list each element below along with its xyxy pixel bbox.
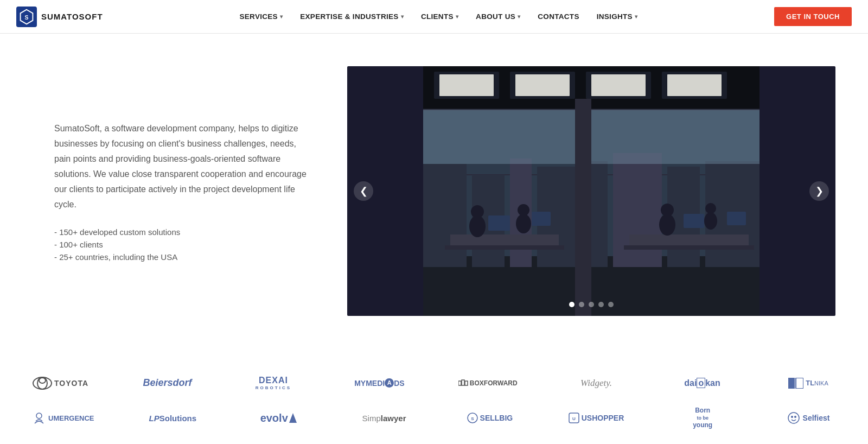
hero-text-block: SumatoSoft, a software development compa… bbox=[54, 121, 315, 262]
nav-item-contacts[interactable]: CONTACTS bbox=[529, 0, 588, 34]
client-bornyoung[interactable]: Born to be young bbox=[675, 407, 730, 430]
svg-point-58 bbox=[794, 416, 796, 418]
carousel-dot-3[interactable] bbox=[589, 302, 594, 307]
client-ushopper[interactable]: U USHOPPER bbox=[569, 413, 624, 423]
nav-item-services[interactable]: SERVICES ▾ bbox=[231, 0, 291, 34]
client-lpsolutions[interactable]: LPSolutions bbox=[145, 414, 200, 423]
svg-rect-28 bbox=[629, 234, 749, 245]
svg-rect-47 bbox=[465, 381, 468, 385]
svg-point-31 bbox=[471, 205, 484, 218]
client-toyota[interactable]: TOYOTA bbox=[33, 377, 88, 390]
svg-rect-40 bbox=[684, 214, 704, 228]
hero-carousel: ❮ ❯ bbox=[347, 66, 835, 316]
svg-point-32 bbox=[516, 214, 531, 233]
client-mymediads[interactable]: MYMEDI A DS bbox=[352, 378, 406, 388]
svg-point-35 bbox=[661, 204, 674, 217]
svg-text:U: U bbox=[572, 416, 576, 421]
svg-point-36 bbox=[704, 212, 717, 230]
nav-item-about[interactable]: ABOUT US ▾ bbox=[467, 0, 529, 34]
client-selfiest[interactable]: Selfiest bbox=[781, 411, 835, 424]
client-tlnika[interactable]: TLNIKA bbox=[781, 378, 835, 389]
svg-rect-39 bbox=[532, 212, 551, 226]
chevron-down-icon: ▾ bbox=[635, 14, 637, 20]
svg-point-37 bbox=[705, 203, 716, 214]
ushopper-icon: U bbox=[569, 413, 579, 423]
svg-rect-29 bbox=[624, 245, 754, 250]
svg-text:S: S bbox=[25, 14, 29, 20]
nav-link-insights[interactable]: INSIGHTS ▾ bbox=[588, 0, 646, 34]
client-simplawyer[interactable]: Simplawyer bbox=[357, 414, 411, 423]
svg-point-30 bbox=[469, 215, 486, 237]
hero-section: SumatoSoft, a software development compa… bbox=[0, 34, 868, 348]
clients-row-1: TOYOTA Beiersdorf DEXAI ROBOTICS MYMEDI … bbox=[33, 376, 835, 390]
client-widgety[interactable]: Widgety. bbox=[569, 378, 623, 389]
get-in-touch-button[interactable]: GET IN TOUCH bbox=[774, 7, 852, 26]
stat-clients: - 100+ clients bbox=[54, 240, 315, 249]
stat-countries: - 25+ countries, including the USA bbox=[54, 252, 315, 262]
evolv-icon bbox=[289, 413, 297, 423]
client-boxforward[interactable]: BOXFORWARD bbox=[458, 379, 518, 387]
client-dexai[interactable]: DEXAI ROBOTICS bbox=[246, 376, 301, 390]
svg-rect-46 bbox=[462, 380, 464, 385]
svg-rect-10 bbox=[591, 74, 646, 96]
chevron-down-icon: ▾ bbox=[456, 14, 458, 20]
carousel-next-button[interactable]: ❯ bbox=[809, 181, 829, 201]
hero-stats-list: - 150+ developed custom solutions - 100+… bbox=[54, 227, 315, 262]
svg-rect-38 bbox=[488, 215, 510, 231]
boxforward-icon bbox=[458, 379, 468, 387]
svg-point-50 bbox=[36, 413, 42, 418]
sellbig-icon: S bbox=[467, 413, 478, 423]
clients-section: TOYOTA Beiersdorf DEXAI ROBOTICS MYMEDI … bbox=[0, 348, 868, 444]
svg-rect-11 bbox=[667, 74, 722, 96]
stat-solutions: - 150+ developed custom solutions bbox=[54, 227, 315, 237]
nav-item-clients[interactable]: CLIENTS ▾ bbox=[412, 0, 467, 34]
clients-row-2: UMERGENCE LPSolutions evolv Simplawyer bbox=[33, 407, 835, 430]
logo-link[interactable]: S SUMATOSOFT bbox=[16, 7, 103, 27]
svg-rect-16 bbox=[423, 164, 467, 267]
client-daiokan[interactable]: daiokan bbox=[675, 378, 730, 388]
carousel-dots bbox=[569, 302, 614, 307]
logo-text: SUMATOSOFT bbox=[41, 12, 103, 21]
nav-link-services[interactable]: SERVICES ▾ bbox=[231, 0, 291, 34]
nav-link-about[interactable]: ABOUT US ▾ bbox=[467, 0, 529, 34]
carousel-dot-2[interactable] bbox=[579, 302, 584, 307]
svg-rect-41 bbox=[727, 212, 746, 225]
client-evolv[interactable]: evolv bbox=[251, 412, 305, 424]
nav-item-insights[interactable]: INSIGHTS ▾ bbox=[588, 0, 646, 34]
svg-rect-26 bbox=[450, 234, 559, 245]
nav-link-contacts[interactable]: CONTACTS bbox=[529, 0, 588, 34]
svg-marker-51 bbox=[289, 413, 297, 423]
nav-link-clients[interactable]: CLIENTS ▾ bbox=[412, 0, 467, 34]
toyota-icon bbox=[33, 377, 52, 390]
chevron-down-icon: ▾ bbox=[280, 14, 283, 20]
client-sellbig[interactable]: S SELLBIG bbox=[463, 413, 517, 423]
svg-point-56 bbox=[788, 413, 799, 423]
nav-link-expertise[interactable]: EXPERTISE & INDUSTRIES ▾ bbox=[291, 0, 412, 34]
umergence-icon bbox=[33, 411, 46, 424]
svg-point-34 bbox=[659, 214, 675, 236]
office-image bbox=[347, 66, 835, 316]
navbar: S SUMATOSOFT SERVICES ▾ EXPERTISE & INDU… bbox=[0, 0, 868, 34]
client-beiersdorf[interactable]: Beiersdorf bbox=[141, 377, 195, 389]
logo-icon: S bbox=[16, 7, 37, 27]
nav-item-expertise[interactable]: EXPERTISE & INDUSTRIES ▾ bbox=[291, 0, 412, 34]
nav-links: SERVICES ▾ EXPERTISE & INDUSTRIES ▾ CLIE… bbox=[231, 0, 646, 34]
svg-rect-45 bbox=[458, 381, 461, 385]
selfiest-icon bbox=[787, 411, 800, 424]
svg-rect-21 bbox=[613, 153, 662, 267]
chevron-down-icon: ▾ bbox=[401, 14, 404, 20]
carousel-dot-1[interactable] bbox=[569, 302, 575, 307]
svg-rect-49 bbox=[796, 378, 803, 389]
svg-point-57 bbox=[791, 416, 793, 418]
carousel-dot-4[interactable] bbox=[598, 302, 604, 307]
svg-point-33 bbox=[518, 204, 529, 216]
carousel-prev-button[interactable]: ❮ bbox=[354, 181, 373, 201]
svg-rect-9 bbox=[515, 74, 570, 96]
client-umergence[interactable]: UMERGENCE bbox=[33, 411, 94, 424]
carousel-dot-5[interactable] bbox=[608, 302, 614, 307]
svg-text:S: S bbox=[471, 416, 474, 421]
svg-point-44 bbox=[39, 378, 46, 383]
svg-rect-25 bbox=[575, 99, 591, 316]
svg-rect-48 bbox=[788, 378, 795, 389]
svg-rect-8 bbox=[439, 74, 494, 96]
